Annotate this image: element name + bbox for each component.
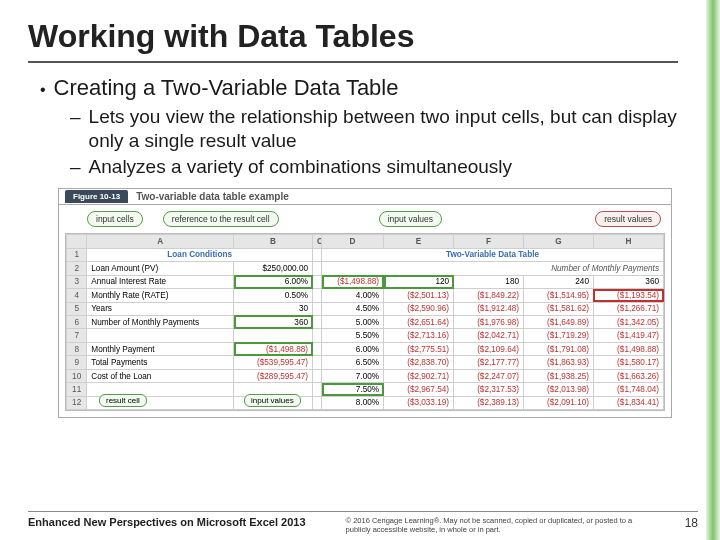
rate-value: 6.00% (322, 342, 384, 355)
col-h: H (593, 235, 663, 248)
row-num: 9 (67, 356, 87, 369)
rate-value: 4.00% (322, 289, 384, 302)
figure-caption: Two-variable data table example (136, 191, 289, 202)
section-right-title: Two-Variable Data Table (322, 248, 664, 261)
result-cell: ($2,042.71) (454, 329, 524, 342)
row-num: 12 (67, 396, 87, 410)
col-b: B (234, 235, 313, 248)
rate-value: 7.50% (322, 383, 384, 396)
result-cell: ($1,719.29) (524, 329, 594, 342)
result-cell: ($3,033.19) (384, 396, 454, 410)
figure-number: Figure 10-13 (65, 190, 128, 203)
row-num: 11 (67, 383, 87, 396)
result-cell: ($2,713.16) (384, 329, 454, 342)
input-value: 240 (524, 275, 594, 288)
row-num: 3 (67, 275, 87, 288)
result-cell: ($1,849.22) (454, 289, 524, 302)
result-cell: ($1,581.62) (524, 302, 594, 315)
input-cell-rate: 6.00% (234, 275, 313, 288)
table-row: 3 Annual Interest Rate 6.00% ($1,498.88)… (67, 275, 664, 288)
table-row: 2 Loan Amount (PV) $250,000.00 Number of… (67, 262, 664, 275)
col-header-row: A B C D E F G H (67, 235, 664, 248)
callout-reference: reference to the result cell (163, 211, 279, 227)
footer: Enhanced New Perspectives on Microsoft E… (28, 511, 698, 534)
rate-value: 7.00% (322, 369, 384, 382)
value-cell: $250,000.00 (234, 262, 313, 275)
figure-panel: Figure 10-13 Two-variable data table exa… (58, 188, 672, 418)
row-num: 4 (67, 289, 87, 302)
callout-input-cells: input cells (87, 211, 143, 227)
input-value: 360 (593, 275, 663, 288)
table-row: 9 Total Payments ($539,595.47) 6.50% ($2… (67, 356, 664, 369)
result-cell: ($2,013.98) (524, 383, 594, 396)
callout-result-cell: result cell (99, 394, 147, 407)
result-cell: ($1,834.41) (593, 396, 663, 410)
footer-book-title: Enhanced New Perspectives on Microsoft E… (28, 516, 306, 528)
rate-value: 5.00% (322, 315, 384, 328)
slide-content: Working with Data Tables • Creating a Tw… (0, 0, 706, 540)
figure-header: Figure 10-13 Two-variable data table exa… (59, 189, 671, 205)
result-cell: ($1,863.93) (524, 356, 594, 369)
result-cell: ($1,514.95) (524, 289, 594, 302)
rate-value: 6.50% (322, 356, 384, 369)
table-row: 7 5.50% ($2,713.16) ($2,042.71) ($1,719.… (67, 329, 664, 342)
slide-title: Working with Data Tables (28, 18, 678, 63)
result-cell: ($2,775.51) (384, 342, 454, 355)
row-num: 10 (67, 369, 87, 382)
value-cell: 0.50% (234, 289, 313, 302)
result-cell: ($1,663.26) (593, 369, 663, 382)
result-cell: ($2,177.77) (454, 356, 524, 369)
nmp-label: Number of Monthly Payments (322, 262, 664, 275)
bullet-sub-1-text: Lets you view the relationship between t… (89, 105, 678, 153)
table-row: 10 Cost of the Loan ($289,595.47) 7.00% … (67, 369, 664, 382)
col-g: G (524, 235, 594, 248)
table-row: 1 Loan Conditions Two-Variable Data Tabl… (67, 248, 664, 261)
result-cell: ($2,091.10) (524, 396, 594, 410)
footer-copyright: © 2016 Cengage Learning®. May not be sca… (346, 516, 645, 534)
result-ref-cell: ($1,498.88) (322, 275, 384, 288)
accent-stripe (706, 0, 720, 540)
col-c: C (313, 235, 322, 248)
rate-value: 8.00% (322, 396, 384, 410)
result-cell: ($2,501.13) (384, 289, 454, 302)
input-value: 120 (384, 275, 454, 288)
label-cell: Number of Monthly Payments (87, 315, 234, 328)
label-cell: Total Payments (87, 356, 234, 369)
result-cell: ($2,109.64) (454, 342, 524, 355)
row-num: 6 (67, 315, 87, 328)
row-num: 2 (67, 262, 87, 275)
table-row: 5 Years 30 4.50% ($2,590.96) ($1,912.48)… (67, 302, 664, 315)
row-num: 1 (67, 248, 87, 261)
bullet-sub-1: – Lets you view the relationship between… (70, 105, 678, 153)
row-num: 8 (67, 342, 87, 355)
table-row: 8 Monthly Payment ($1,498.88) 6.00% ($2,… (67, 342, 664, 355)
result-cell: ($1,419.47) (593, 329, 663, 342)
rate-value: 4.50% (322, 302, 384, 315)
bullet-main: • Creating a Two-Variable Data Table (40, 75, 678, 101)
table-row: 12 8.00% ($3,033.19) ($2,389.13) ($2,091… (67, 396, 664, 410)
label-cell: Loan Amount (PV) (87, 262, 234, 275)
dash-icon: – (70, 155, 81, 179)
bullet-sub-2-text: Analyzes a variety of combinations simul… (89, 155, 512, 179)
label-cell: Monthly Payment (87, 342, 234, 355)
value-cell: ($289,595.47) (234, 369, 313, 382)
result-cell: ($1,791.08) (524, 342, 594, 355)
table-row: 6 Number of Monthly Payments 360 5.00% (… (67, 315, 664, 328)
label-cell: Years (87, 302, 234, 315)
bullet-dot-icon: • (40, 79, 46, 101)
section-left-title: Loan Conditions (87, 248, 313, 261)
callout-result-values: result values (595, 211, 661, 227)
result-cell: ($2,389.13) (454, 396, 524, 410)
result-cell: ($1,580.17) (593, 356, 663, 369)
callout-row: input cells reference to the result cell… (59, 205, 671, 229)
result-cell: ($2,838.70) (384, 356, 454, 369)
dash-icon: – (70, 105, 81, 153)
col-f: F (454, 235, 524, 248)
result-cell: ($1,938.25) (524, 369, 594, 382)
bullets: • Creating a Two-Variable Data Table – L… (40, 75, 678, 178)
value-cell: ($539,595.47) (234, 356, 313, 369)
result-cell: ($2,590.96) (384, 302, 454, 315)
callout-input-values: input values (379, 211, 442, 227)
result-cell: ($1,342.05) (593, 315, 663, 328)
result-cell: ($2,247.07) (454, 369, 524, 382)
